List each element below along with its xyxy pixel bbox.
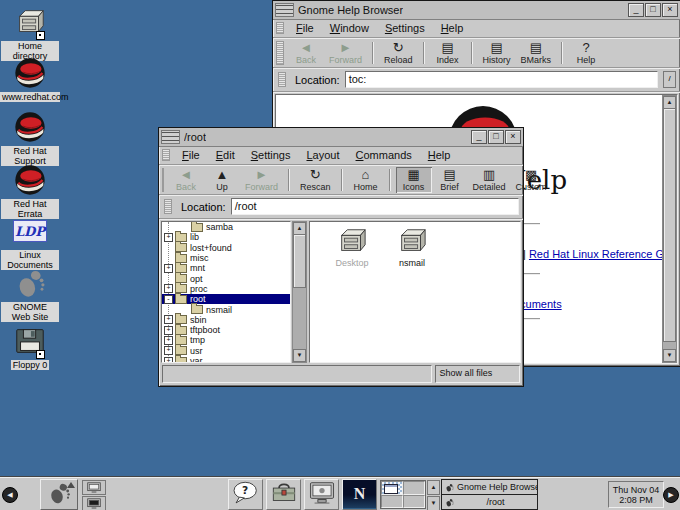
- fm-detailed-button[interactable]: ▥Detailed: [468, 167, 511, 193]
- tree-item-tmp[interactable]: +tmp: [162, 335, 290, 345]
- tree-item-nsmail[interactable]: nsmail: [162, 304, 290, 314]
- file-icon-Desktop[interactable]: Desktop: [324, 226, 380, 268]
- close-button[interactable]: ×: [505, 130, 521, 144]
- help-scrollbar[interactable]: ▲ ▼: [662, 95, 677, 363]
- tree-item-sbin[interactable]: +sbin: [162, 315, 290, 325]
- fm-titlebar[interactable]: /root _□×: [159, 128, 523, 147]
- tree-item-root[interactable]: -root: [162, 294, 290, 304]
- help-launcher[interactable]: ?: [228, 479, 263, 510]
- minimize-button[interactable]: _: [628, 3, 644, 17]
- tree-item-mnt[interactable]: +mnt: [162, 263, 290, 273]
- terminal-launcher[interactable]: [304, 479, 339, 510]
- tree-item-lost+found[interactable]: lost+found: [162, 243, 290, 253]
- config-toolbox-launcher[interactable]: [266, 479, 301, 510]
- close-button[interactable]: ×: [662, 3, 678, 17]
- pager-desktop-4[interactable]: [403, 495, 425, 509]
- tree-expander-icon[interactable]: +: [164, 346, 173, 355]
- scroll-down-button[interactable]: ▼: [663, 349, 676, 362]
- pager-desktop-1[interactable]: [381, 481, 403, 495]
- desktop-icon-red-hat-errata[interactable]: Red Hat Errata: [1, 163, 59, 219]
- task-button-/root[interactable]: /root: [441, 494, 538, 510]
- fm-forward-button[interactable]: ►Forward: [240, 167, 283, 193]
- help-forward-button[interactable]: ►Forward: [324, 40, 367, 66]
- scrollbar-thumb[interactable]: [293, 234, 306, 288]
- desktop-icon-floppy-0[interactable]: Floppy 0: [1, 324, 59, 370]
- lock-screen-button[interactable]: [82, 496, 106, 510]
- pager-desktop-3[interactable]: [381, 495, 403, 509]
- help-bmarks-button[interactable]: ▤BMarks: [516, 40, 557, 66]
- fm-menu-edit[interactable]: Edit: [208, 148, 243, 162]
- tree-expander-icon[interactable]: +: [164, 284, 173, 293]
- help-menu-settings[interactable]: Settings: [377, 21, 433, 35]
- help-titlebar[interactable]: Gnome Help Browser _□×: [273, 1, 680, 20]
- tree-item-samba[interactable]: samba: [162, 222, 290, 232]
- tree-expander-icon[interactable]: +: [164, 357, 173, 364]
- locationbar-grip[interactable]: [278, 72, 286, 87]
- fm-custom-button[interactable]: ▩Custom: [511, 167, 552, 193]
- fm-icons-button[interactable]: ▦Icons: [396, 167, 432, 193]
- window-menu-icon[interactable]: [275, 3, 294, 17]
- help-menu-window[interactable]: Window: [322, 21, 377, 35]
- fm-location-input[interactable]: /root: [231, 198, 519, 215]
- scrollbar-thumb[interactable]: [663, 108, 676, 342]
- task-button-Gnome Help Browser[interactable]: Gnome Help Browser: [441, 479, 538, 495]
- toolbar-grip[interactable]: [162, 168, 164, 192]
- fm-brief-button[interactable]: ▤Brief: [432, 167, 468, 193]
- tree-expander-icon[interactable]: -: [164, 295, 173, 304]
- menubar-grip[interactable]: [276, 22, 284, 34]
- tree-item-tftpboot[interactable]: +tftpboot: [162, 325, 290, 335]
- help-back-button[interactable]: ◄Back: [288, 40, 324, 66]
- panel-hide-right-button[interactable]: ▶: [663, 487, 679, 503]
- scroll-down-button[interactable]: ▼: [293, 349, 306, 362]
- tree-item-misc[interactable]: misc: [162, 253, 290, 263]
- tree-item-var[interactable]: +var: [162, 356, 290, 363]
- pager-up-button[interactable]: ▲: [427, 480, 440, 495]
- panel-hide-left-button[interactable]: ◀: [2, 487, 18, 503]
- tree-expander-icon[interactable]: +: [164, 264, 173, 273]
- fm-back-button[interactable]: ◄Back: [168, 167, 204, 193]
- toolbar-grip[interactable]: [276, 41, 284, 65]
- maximize-button[interactable]: □: [645, 3, 661, 17]
- tree-item-usr[interactable]: +usr: [162, 346, 290, 356]
- fm-menu-help[interactable]: Help: [420, 148, 459, 162]
- reference-guide-link[interactable]: Red Hat Linux Reference Guide: [529, 248, 662, 260]
- menubar-grip[interactable]: [162, 149, 170, 161]
- tree-scrollbar[interactable]: ▲ ▼: [292, 221, 307, 363]
- netscape-launcher[interactable]: N: [342, 479, 377, 510]
- tree-expander-icon[interactable]: +: [164, 315, 173, 324]
- fm-up-button[interactable]: ▲Up: [204, 167, 240, 193]
- tree-expander-icon[interactable]: +: [164, 326, 173, 335]
- maximize-button[interactable]: □: [488, 130, 504, 144]
- help-index-button[interactable]: ▤Index: [430, 40, 466, 66]
- help-menu-file[interactable]: File: [288, 21, 322, 35]
- help-reload-button[interactable]: ↻Reload: [379, 40, 418, 66]
- fm-home-button[interactable]: ⌂Home: [348, 167, 384, 193]
- desktop-icon-linux-documents[interactable]: LDPLinux Documents: [1, 214, 59, 270]
- fm-menu-layout[interactable]: Layout: [298, 148, 347, 162]
- pager-desktop-2[interactable]: [403, 481, 425, 495]
- locationbar-grip[interactable]: [164, 199, 172, 214]
- fm-menu-file[interactable]: File: [174, 148, 208, 162]
- minimize-button[interactable]: _: [471, 130, 487, 144]
- desktop-icon-home-directory[interactable]: Home directory: [1, 5, 59, 61]
- tree-item-lib[interactable]: +lib: [162, 232, 290, 242]
- desktop-icon-gnome-web-site[interactable]: GNOME Web Site: [1, 266, 59, 322]
- tree-expander-icon[interactable]: +: [164, 233, 173, 242]
- desktop-icon-www-redhat-com[interactable]: www.redhat.com: [1, 56, 59, 102]
- fm-menu-settings[interactable]: Settings: [243, 148, 299, 162]
- location-dropdown-button[interactable]: /: [663, 71, 676, 88]
- tree-item-proc[interactable]: +proc: [162, 284, 290, 294]
- help-help-button[interactable]: ?Help: [568, 40, 604, 66]
- window-menu-icon[interactable]: [161, 130, 180, 144]
- help-location-input[interactable]: toc:: [345, 71, 658, 88]
- help-history-button[interactable]: ▤History: [478, 40, 516, 66]
- tree-expander-icon[interactable]: +: [164, 336, 173, 345]
- desktop-pager[interactable]: [380, 480, 426, 509]
- fm-menu-commands[interactable]: Commands: [348, 148, 420, 162]
- help-menu-help[interactable]: Help: [433, 21, 472, 35]
- pager-down-button[interactable]: ▼: [427, 496, 440, 510]
- desktop-icon-red-hat-support[interactable]: Red Hat Support: [1, 110, 59, 166]
- tree-item-opt[interactable]: opt: [162, 273, 290, 283]
- screen-applet-button[interactable]: [82, 480, 106, 495]
- fm-rescan-button[interactable]: ↻Rescan: [295, 167, 336, 193]
